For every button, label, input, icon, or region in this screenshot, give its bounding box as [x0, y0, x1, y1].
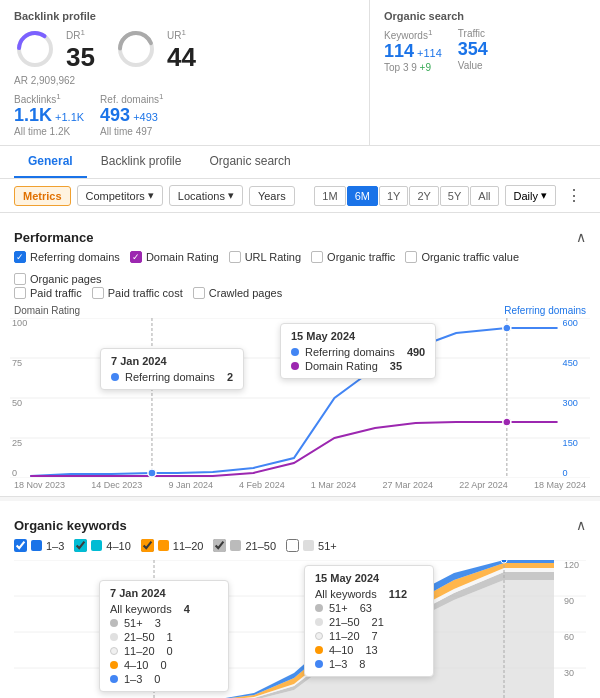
keywords-value: 114	[384, 41, 414, 62]
organic-search-panel: Organic search Keywords1 114 +114 Top 3 …	[370, 0, 600, 145]
backlink-profile-panel: Backlink profile DR1 35	[0, 0, 370, 145]
tooltip2-dot-1	[291, 348, 299, 356]
ref-domains-label: Ref. domains1	[100, 92, 163, 105]
cb-paid-traffic-box	[14, 287, 26, 299]
tab-general[interactable]: General	[14, 146, 87, 178]
performance-checkboxes: ✓ Referring domains ✓ Domain Rating URL …	[14, 251, 586, 285]
ar-text: AR 2,909,962	[14, 75, 355, 86]
locations-button[interactable]: Locations ▾	[169, 185, 243, 206]
organic-keywords-chart: 120 90 60 30	[14, 560, 586, 698]
dr-donut	[14, 28, 56, 73]
time-1y[interactable]: 1Y	[379, 186, 408, 206]
organic-keywords-collapse-button[interactable]: ∧	[576, 517, 586, 533]
traffic-value-label: Value	[458, 60, 488, 71]
svg-text:50: 50	[12, 398, 22, 408]
time-5y[interactable]: 5Y	[440, 186, 469, 206]
backlinks-label: Backlinks1	[14, 92, 84, 105]
performance-x-axis: 18 Nov 2023 14 Dec 2023 9 Jan 2024 4 Feb…	[14, 478, 586, 496]
performance-checkboxes-2: Paid traffic Paid traffic cost Crawled p…	[14, 287, 586, 299]
organic-keywords-checkboxes: 1–3 4–10 11–20 21–50 51+	[14, 539, 586, 552]
cb-referring-domains[interactable]: ✓ Referring domains	[14, 251, 120, 263]
cb-51plus-input[interactable]	[286, 539, 299, 552]
ref-domains-metric: Ref. domains1 493 +493 All time 497	[100, 92, 163, 137]
svg-text:120: 120	[564, 560, 579, 570]
cb-domain-rating[interactable]: ✓ Domain Rating	[130, 251, 219, 263]
tooltip2-date: 15 May 2024	[291, 330, 425, 342]
performance-tooltip-2: 15 May 2024 Referring domains 490 Domain…	[280, 323, 436, 379]
time-6m[interactable]: 6M	[347, 186, 378, 206]
cb-11-20[interactable]: 11–20	[141, 539, 204, 552]
cb-21-50[interactable]: 21–50	[213, 539, 276, 552]
cb-organic-pages[interactable]: Organic pages	[14, 273, 102, 285]
organic-tooltip-1: 7 Jan 2024 All keywords 4 51+ 3 21–50 1 …	[99, 580, 229, 692]
svg-text:60: 60	[564, 632, 574, 642]
years-button[interactable]: Years	[249, 186, 295, 206]
time-buttons: 1M 6M 1Y 2Y 5Y All	[314, 186, 498, 206]
performance-collapse-button[interactable]: ∧	[576, 229, 586, 245]
cb-crawled-pages[interactable]: Crawled pages	[193, 287, 282, 299]
svg-text:450: 450	[563, 358, 578, 368]
ref-domains-change: +493	[133, 111, 158, 123]
keywords-change: +114	[417, 47, 442, 59]
cb-organic-pages-box	[14, 273, 26, 285]
time-1m[interactable]: 1M	[314, 186, 345, 206]
ref-domains-value: 493	[100, 105, 130, 126]
chevron-down-icon: ▾	[148, 189, 154, 202]
tab-backlink-profile[interactable]: Backlink profile	[87, 146, 196, 178]
organic-search-label: Organic search	[384, 10, 586, 22]
time-all[interactable]: All	[470, 186, 498, 206]
dr-info: DR1 35	[66, 28, 95, 72]
traffic-label: Traffic	[458, 28, 488, 39]
svg-text:90: 90	[564, 596, 574, 606]
more-button[interactable]: ⋮	[562, 186, 586, 205]
cb-4-10[interactable]: 4–10	[74, 539, 130, 552]
tooltip1-row-1: Referring domains 2	[111, 371, 233, 383]
cb-url-rating-box	[229, 251, 241, 263]
tooltip1-date: 7 Jan 2024	[111, 355, 233, 367]
performance-chart: 100 75 50 25 0 600 450 300 150 0	[10, 318, 590, 478]
organic-keywords-title: Organic keywords	[14, 518, 127, 533]
cb-paid-traffic[interactable]: Paid traffic	[14, 287, 82, 299]
dr-label: DR1	[66, 28, 95, 41]
backlinks-metric: Backlinks1 1.1K +1.1K All time 1.2K	[14, 92, 84, 137]
cb-paid-traffic-cost-box	[92, 287, 104, 299]
cb-4-10-input[interactable]	[74, 539, 87, 552]
tabs-row: General Backlink profile Organic search	[0, 146, 600, 179]
time-2y[interactable]: 2Y	[409, 186, 438, 206]
keywords-metric: Keywords1 114 +114 Top 3 9 +9	[384, 28, 442, 73]
cb-organic-traffic-value[interactable]: Organic traffic value	[405, 251, 519, 263]
ur-label: UR1	[167, 28, 196, 41]
svg-text:0: 0	[12, 468, 17, 478]
tab-organic-search[interactable]: Organic search	[195, 146, 304, 178]
cb-organic-traffic[interactable]: Organic traffic	[311, 251, 395, 263]
svg-text:25: 25	[12, 438, 22, 448]
traffic-value: 354	[458, 39, 488, 60]
organic-keywords-section: Organic keywords ∧ 1–3 4–10 11–20 21–50 …	[0, 501, 600, 698]
cb-11-20-input[interactable]	[141, 539, 154, 552]
tooltip2-row-2: Domain Rating 35	[291, 360, 425, 372]
performance-section: Performance ∧ ✓ Referring domains ✓ Doma…	[0, 213, 600, 497]
competitors-button[interactable]: Competitors ▾	[77, 185, 163, 206]
svg-text:0: 0	[563, 468, 568, 478]
keywords-label: Keywords1	[384, 28, 442, 41]
cb-url-rating[interactable]: URL Rating	[229, 251, 301, 263]
ur-value: 44	[167, 42, 196, 73]
cb-1-3[interactable]: 1–3	[14, 539, 64, 552]
cb-organic-traffic-box	[311, 251, 323, 263]
svg-point-22	[503, 324, 511, 332]
tooltip2-dot-2	[291, 362, 299, 370]
performance-title: Performance	[14, 230, 93, 245]
cb-1-3-input[interactable]	[14, 539, 27, 552]
org-tooltip2-date: 15 May 2024	[315, 572, 423, 584]
daily-button[interactable]: Daily ▾	[505, 185, 556, 206]
svg-text:75: 75	[12, 358, 22, 368]
tooltip2-row-1: Referring domains 490	[291, 346, 425, 358]
svg-text:100: 100	[12, 318, 27, 328]
org-tooltip1-date: 7 Jan 2024	[110, 587, 218, 599]
cb-51plus[interactable]: 51+	[286, 539, 337, 552]
cb-paid-traffic-cost[interactable]: Paid traffic cost	[92, 287, 183, 299]
organic-tooltip-2: 15 May 2024 All keywords 112 51+ 63 21–5…	[304, 565, 434, 677]
cb-21-50-input[interactable]	[213, 539, 226, 552]
metrics-button[interactable]: Metrics	[14, 186, 71, 206]
traffic-metric: Traffic 354 Value	[458, 28, 488, 73]
